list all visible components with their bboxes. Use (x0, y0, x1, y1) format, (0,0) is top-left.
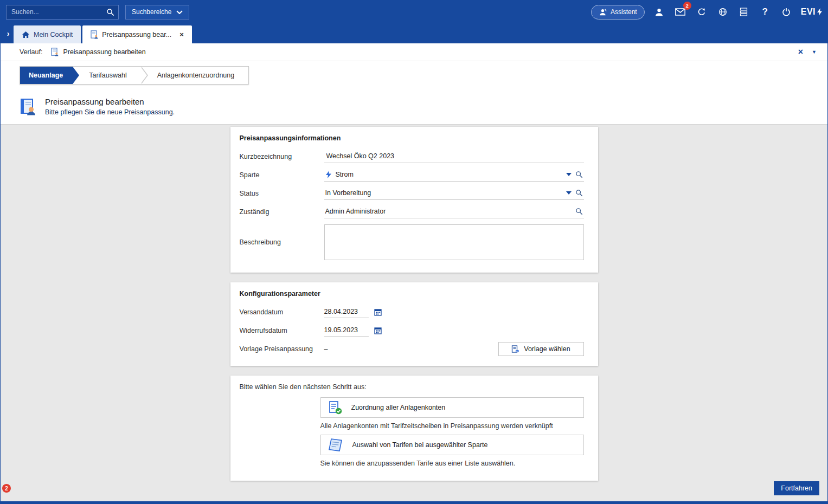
zustaendig-field[interactable]: Admin Administrator (324, 205, 584, 218)
search-areas-label: Suchbereiche (132, 8, 171, 16)
history-actions: × ▼ (798, 47, 817, 57)
wizard-row: Neuanlage Tarifauswahl Anlagenkontenzuor… (1, 61, 827, 90)
beschreibung-textarea[interactable] (324, 224, 584, 260)
wizard-step-tarifauswahl[interactable]: Tarifauswahl (73, 67, 140, 84)
notification-badge[interactable]: 2 (2, 484, 11, 493)
field-label: Versanddatum (240, 308, 324, 316)
field-beschreibung: Beschreibung (240, 224, 584, 260)
template-document-icon (511, 345, 519, 353)
chevron-down-icon (176, 10, 183, 14)
sparte-select[interactable]: Strom (324, 168, 584, 182)
tab-label: Preisanpassung bear... (102, 31, 171, 38)
kurzbezeichnung-input[interactable] (325, 152, 583, 160)
account-assignment-icon (328, 400, 342, 415)
field-label: Vorlage Preisanpassung (240, 345, 324, 353)
page-header-text: Preisanpassung bearbeiten Bitte pflegen … (45, 97, 175, 116)
mail-badge: 2 (683, 2, 691, 10)
globe-icon[interactable] (716, 5, 729, 18)
calendar-icon[interactable] (374, 327, 382, 334)
tab-close-icon[interactable]: × (179, 30, 184, 38)
field-status: Status In Vorbereitung (240, 186, 584, 201)
calendar-icon[interactable] (374, 308, 382, 316)
field-label: Beschreibung (240, 238, 324, 246)
search-areas-dropdown[interactable]: Suchbereiche (125, 5, 189, 20)
evi-logo-icon (817, 8, 822, 16)
evi-logo: EVI (801, 7, 822, 17)
wizard-steps: Neuanlage Tarifauswahl Anlagenkontenzuor… (20, 66, 249, 85)
home-icon (22, 31, 30, 38)
option-label: Zuordnung aller Anlagenkonten (351, 404, 446, 411)
tariff-note-icon (328, 438, 343, 452)
close-icon[interactable]: × (798, 47, 803, 57)
help-icon[interactable]: ? (759, 5, 772, 18)
card-title: Preisanpassungsinformationen (240, 134, 584, 142)
vorlage-value: – (324, 345, 328, 353)
search-input[interactable] (10, 8, 106, 16)
zustaendig-value: Admin Administrator (325, 208, 386, 215)
tab-label: Mein Cockpit (34, 31, 73, 38)
wizard-step-anlagenkontenzuordnung[interactable]: Anlagenkontenzuordnung (141, 67, 248, 84)
field-label: Status (240, 190, 324, 197)
mail-icon[interactable]: 2 (674, 5, 687, 18)
option-description: Sie können die anzupassenden Tarife aus … (320, 460, 584, 467)
assistant-icon (599, 8, 607, 16)
next-step-prompt: Bitte wählen Sie den nächsten Schritt au… (240, 383, 584, 391)
history-row: Verlauf: Preisanpassung bearbeiten × ▼ (1, 43, 827, 61)
status-value: In Vorbereitung (325, 189, 371, 197)
widerrufsdatum-input[interactable]: 19.05.2023 (324, 324, 369, 337)
field-vorlage-preisanpassung: Vorlage Preisanpassung – Vorlage wählen (240, 341, 584, 356)
history-item-label: Preisanpassung bearbeiten (63, 48, 145, 56)
zuordnung-anlagenkonten-button[interactable]: Zuordnung aller Anlagenkonten (320, 397, 584, 418)
auswahl-tarife-button[interactable]: Auswahl von Tarifen bei ausgewählter Spa… (320, 435, 584, 455)
tab-mein-cockpit[interactable]: Mein Cockpit (14, 25, 81, 43)
dropdown-caret-icon[interactable] (566, 191, 572, 195)
field-widerrufsdatum: Widerrufsdatum 19.05.2023 (240, 323, 584, 338)
lightning-icon (325, 171, 332, 178)
content-area: Preisanpassungsinformationen Kurzbezeich… (1, 124, 827, 501)
card-title: Konfigurationsparameter (240, 290, 584, 298)
field-sparte: Sparte Strom (240, 167, 584, 182)
lookup-icon[interactable] (575, 189, 583, 197)
fortfahren-button[interactable]: Fortfahren (774, 481, 819, 495)
field-label: Widerrufsdatum (240, 327, 324, 334)
card-naechster-schritt: Bitte wählen Sie den nächsten Schritt au… (230, 376, 598, 481)
field-label: Sparte (240, 171, 324, 179)
field-label: Kurzbezeichnung (240, 153, 324, 160)
versanddatum-input[interactable]: 28.04.2023 (324, 306, 369, 318)
chevron-down-icon[interactable]: ▼ (812, 49, 817, 55)
database-icon[interactable] (737, 5, 750, 18)
lookup-icon[interactable] (575, 171, 583, 178)
user-icon[interactable] (653, 5, 666, 18)
page-subtitle: Bitte pflegen Sie die neue Preisanpassun… (45, 108, 175, 116)
lookup-icon[interactable] (575, 208, 583, 215)
search-icon[interactable] (106, 8, 114, 16)
wizard-step-neuanlage[interactable]: Neuanlage (20, 67, 73, 84)
option-description: Alle Anlagenkonten mit Tarifzeitscheiben… (320, 422, 584, 430)
document-person-icon (51, 48, 59, 56)
option-label: Auswahl von Tarifen bei ausgewählter Spa… (352, 441, 488, 449)
power-icon[interactable] (780, 5, 793, 18)
dropdown-caret-icon[interactable] (566, 173, 572, 176)
refresh-icon[interactable] (695, 5, 708, 18)
global-search[interactable] (6, 5, 119, 20)
field-versanddatum: Versanddatum 28.04.2023 (240, 305, 584, 319)
field-kurzbezeichnung: Kurzbezeichnung (240, 149, 584, 164)
card-konfigurationsparameter: Konfigurationsparameter Versanddatum 28.… (230, 282, 598, 366)
field-label: Zuständig (240, 208, 324, 216)
assistant-button[interactable]: Assistent (591, 5, 645, 20)
history-item[interactable]: Preisanpassung bearbeiten (51, 48, 145, 56)
field-zustaendig: Zuständig Admin Administrator (240, 204, 584, 219)
card-preisanpassungsinformationen: Preisanpassungsinformationen Kurzbezeich… (230, 127, 598, 273)
history-label: Verlauf: (20, 48, 42, 56)
assistant-label: Assistent (611, 8, 637, 16)
tab-bar: › Mein Cockpit Preisanpassung bear... × (1, 23, 827, 43)
topbar: Suchbereiche Assistent 2 (1, 1, 827, 23)
page-title: Preisanpassung bearbeiten (45, 97, 175, 106)
topbar-actions: Assistent 2 ? (591, 5, 822, 20)
preisanpassung-icon (20, 98, 36, 115)
status-select[interactable]: In Vorbereitung (324, 186, 584, 200)
sparte-value: Strom (336, 171, 354, 178)
tab-preisanpassung[interactable]: Preisanpassung bear... × (82, 25, 191, 43)
vorlage-waehlen-button[interactable]: Vorlage wählen (498, 342, 584, 356)
expand-tabs-chevron-icon[interactable]: › (3, 29, 14, 38)
